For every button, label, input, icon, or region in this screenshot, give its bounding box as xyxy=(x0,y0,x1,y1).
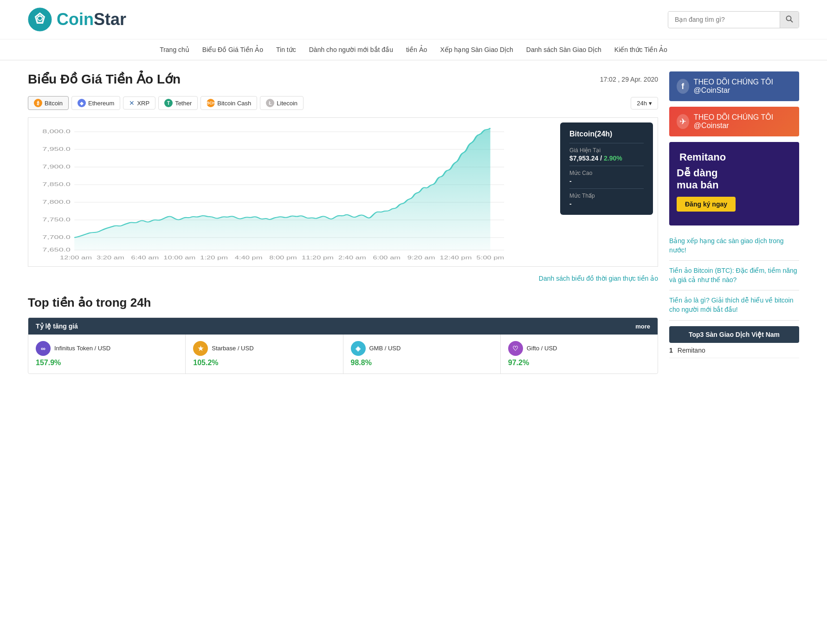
remitano-signup-btn[interactable]: Đăng ký ngay xyxy=(677,197,736,212)
fb-follow-text: THEO DÕI CHÚNG TÔI @CoinStar xyxy=(694,78,792,95)
nav-item-news[interactable]: Tin tức xyxy=(276,46,296,53)
remitano-logo-row: Remitano xyxy=(677,151,726,163)
nav-item-home[interactable]: Trang chủ xyxy=(160,46,189,53)
main-container: Biểu Đồ Giá Tiền Ảo Lớn 17:02 , 29 Apr. … xyxy=(0,60,827,385)
exchange-name-0: Remitano xyxy=(678,347,705,354)
gmb-pct: 98.8% xyxy=(351,359,493,367)
svg-text:6:40 am: 6:40 am xyxy=(131,255,159,260)
svg-text:5:00 pm: 5:00 pm xyxy=(477,255,504,260)
tab-ethereum[interactable]: ◆ Ethereum xyxy=(71,96,120,110)
tab-xrp[interactable]: ✕ XRP xyxy=(123,97,155,109)
tab-litecoin-label: Litecoin xyxy=(277,100,297,107)
svg-text:10:00 am: 10:00 am xyxy=(163,255,195,260)
remitano-sub1: Dễ dàng xyxy=(677,167,718,179)
chevron-down-icon: ▾ xyxy=(649,100,652,107)
nav-item-beginners[interactable]: Dành cho người mới bắt đầu xyxy=(309,46,393,53)
more-link[interactable]: more xyxy=(635,323,650,330)
infinitus-name: Infinitus Token / USD xyxy=(54,345,110,353)
nav-item-chart[interactable]: Biểu Đồ Giá Tiền Ảo xyxy=(202,46,263,53)
tooltip-divider-3 xyxy=(569,188,644,189)
tooltip-high-label: Mức Cao xyxy=(569,170,644,176)
article-2: Tiền ảo là gì? Giải thích dễ hiểu về bit… xyxy=(669,290,799,320)
coin-cell-1: ★ Starbase / USD 105.2% xyxy=(186,335,343,374)
chart-tooltip: Bitcoin(24h) Giá Hiện Tại $7,953.24 / 2.… xyxy=(560,122,653,215)
tg-follow-text: THEO DÕI CHÚNG TÔI @Coinstar xyxy=(694,113,792,130)
svg-text:7,850.0: 7,850.0 xyxy=(42,181,71,187)
svg-text:7,700.0: 7,700.0 xyxy=(42,234,71,240)
ethereum-icon: ◆ xyxy=(78,99,86,107)
tab-bitcoin-cash[interactable]: BCH Bitcoin Cash xyxy=(200,96,257,110)
svg-text:7,950.0: 7,950.0 xyxy=(42,146,71,152)
article-link-2[interactable]: Tiền ảo là gì? Giải thích dễ hiểu về bit… xyxy=(669,296,793,313)
tooltip-price-label: Giá Hiện Tại xyxy=(569,147,644,154)
chart-wrapper: 8,000.0 7,950.0 7,900.0 7,850.0 7,800.0 … xyxy=(28,117,658,267)
search-area xyxy=(668,11,799,28)
gifto-icon: ♡ xyxy=(508,341,523,356)
header: CoinStar xyxy=(0,0,827,39)
svg-text:3:20 am: 3:20 am xyxy=(97,255,124,260)
gifto-pct: 97.2% xyxy=(508,359,650,367)
svg-text:12:40 pm: 12:40 pm xyxy=(440,255,472,260)
starbase-icon: ★ xyxy=(193,341,208,356)
tooltip-low-label: Mức Thấp xyxy=(569,193,644,199)
infinitus-icon: ∞ xyxy=(36,341,51,356)
logo-icon xyxy=(28,7,52,32)
article-link-1[interactable]: Tiền ảo Bitcoin (BTC): Đặc điểm, tiềm nă… xyxy=(669,267,797,283)
tab-litecoin[interactable]: Ł Litecoin xyxy=(260,96,304,110)
tab-tether[interactable]: T Tether xyxy=(158,96,198,110)
tooltip-price-value: $7,953.24 / 2.90% xyxy=(569,155,644,162)
svg-text:6:00 am: 6:00 am xyxy=(373,255,401,260)
article-0: Bảng xếp hạng các sàn giao dịch trong nư… xyxy=(669,231,799,261)
coin-cell-header-2: ◈ GMB / USD xyxy=(351,341,493,356)
tab-tether-label: Tether xyxy=(175,100,192,107)
tab-xrp-label: XRP xyxy=(137,100,149,107)
tab-bitcoin-label: Bitcoin xyxy=(45,100,63,107)
svg-text:7,800.0: 7,800.0 xyxy=(42,199,71,205)
svg-text:8:00 pm: 8:00 pm xyxy=(269,255,297,260)
coin-cell-2: ◈ GMB / USD 98.8% xyxy=(343,335,501,374)
svg-text:1:20 pm: 1:20 pm xyxy=(200,255,228,260)
tab-ethereum-label: Ethereum xyxy=(88,100,114,107)
gmb-icon: ◈ xyxy=(351,341,366,356)
tooltip-high-value: - xyxy=(569,177,644,185)
logo-area: CoinStar xyxy=(28,7,126,32)
coin-cell-header-0: ∞ Infinitus Token / USD xyxy=(36,341,178,356)
tooltip-low-value: - xyxy=(569,200,644,207)
search-icon xyxy=(786,15,793,23)
page-title-row: Biểu Đồ Giá Tiền Ảo Lớn 17:02 , 29 Apr. … xyxy=(28,71,658,87)
tab-bitcoin-cash-label: Bitcoin Cash xyxy=(217,100,251,107)
svg-text:8,000.0: 8,000.0 xyxy=(42,129,71,134)
infinitus-pct: 157.9% xyxy=(36,359,178,367)
tg-follow-btn[interactable]: ✈ THEO DÕI CHÚNG TÔI @Coinstar xyxy=(669,107,799,136)
logo-text: CoinStar xyxy=(57,10,126,29)
svg-point-0 xyxy=(28,8,52,31)
tooltip-divider xyxy=(569,143,644,143)
table-label: Tỷ lệ tăng giá xyxy=(36,322,78,330)
article-link-0[interactable]: Bảng xếp hạng các sàn giao dịch trong nư… xyxy=(669,237,784,254)
nav-item-coins[interactable]: tiền Ảo xyxy=(406,46,427,53)
fb-follow-btn[interactable]: f THEO DÕI CHÚNG TÔI @CoinStar xyxy=(669,71,799,101)
realtime-link[interactable]: Danh sách biểu đồ thời gian thực tiền ảo xyxy=(539,275,658,282)
bitcoin-icon: ₿ xyxy=(34,99,42,107)
svg-line-4 xyxy=(791,20,793,22)
gifto-name: Gifto / USD xyxy=(527,345,557,353)
starbase-name: Starbase / USD xyxy=(212,345,253,353)
time-selector[interactable]: 24h ▾ xyxy=(631,97,658,109)
nav-item-exchange-list[interactable]: Danh sách Sàn Giao Dịch xyxy=(526,46,601,53)
search-input[interactable] xyxy=(668,12,780,27)
remitano-banner[interactable]: Remitano Dễ dàng mua bán Đăng ký ngay xyxy=(669,142,799,225)
article-1: Tiền ảo Bitcoin (BTC): Đặc điểm, tiềm nă… xyxy=(669,261,799,290)
tab-bitcoin[interactable]: ₿ Bitcoin xyxy=(28,96,69,110)
exchange-title: Top3 Sàn Giao Dịch Việt Nam xyxy=(669,326,799,343)
svg-text:9:20 am: 9:20 am xyxy=(407,255,435,260)
table-header: Tỷ lệ tăng giá more xyxy=(28,318,658,335)
tether-icon: T xyxy=(164,99,173,107)
search-button[interactable] xyxy=(780,12,799,28)
gmb-name: GMB / USD xyxy=(369,345,401,353)
main-nav: Trang chủ Biểu Đồ Giá Tiền Ảo Tin tức Dà… xyxy=(0,39,827,60)
sidebar: f THEO DÕI CHÚNG TÔI @CoinStar ✈ THEO DÕ… xyxy=(669,71,799,374)
nav-item-knowledge[interactable]: Kiến thức Tiền Ảo xyxy=(614,46,667,53)
page-title: Biểu Đồ Giá Tiền Ảo Lớn xyxy=(28,71,181,87)
exchange-rank-0: 1 xyxy=(669,347,673,354)
nav-item-exchange-rank[interactable]: Xếp hạng Sàn Giao Dịch xyxy=(440,46,513,53)
